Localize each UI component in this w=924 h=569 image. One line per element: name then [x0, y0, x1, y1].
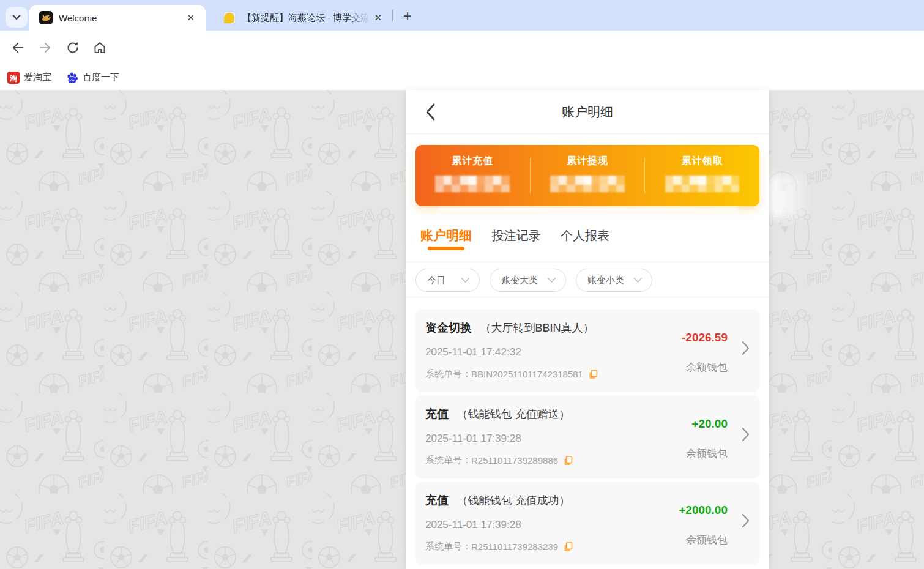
transaction-order: 系统单号： R2511011739283239	[425, 541, 573, 552]
filter-date-dropdown[interactable]: 今日	[415, 269, 480, 292]
chevron-down-icon	[548, 278, 556, 283]
transaction-datetime: 2025-11-01 17:42:32	[425, 346, 521, 359]
browser-toolbar: 175616.cc/reports/index	[0, 31, 924, 65]
transaction-datetime: 2025-11-01 17:39:28	[425, 433, 521, 445]
taobao-icon: 淘	[7, 72, 20, 84]
copy-icon[interactable]	[564, 456, 573, 466]
close-tab-icon[interactable]: ✕	[183, 10, 198, 25]
transaction-order: 系统单号： BBIN202511011742318581	[425, 368, 598, 380]
summary-label: 累计充值	[415, 155, 530, 168]
transaction-order: 系统单号： R2511011739289886	[425, 455, 573, 466]
forward-arrow-icon	[38, 40, 53, 55]
transaction-subtitle: （大厅转到BBIN真人）	[480, 322, 594, 334]
welcome-site-favicon	[39, 11, 53, 24]
transaction-subtitle: （钱能钱包 充值成功）	[456, 494, 570, 507]
home-icon	[92, 40, 107, 55]
transaction-wallet: 余额钱包	[686, 360, 728, 374]
tab-separator	[392, 9, 393, 21]
reload-icon	[65, 40, 80, 55]
baidu-paw-icon: du	[66, 72, 78, 84]
browser-window: Welcome ✕ 【新提醒】海燕论坛 - 博学交流 ✕ +	[0, 0, 924, 569]
tab-search-button[interactable]	[6, 7, 28, 28]
transaction-wallet: 余额钱包	[686, 447, 728, 461]
section-tabs: 账户明细 投注记录 个人报表	[406, 214, 769, 262]
transaction-amount: +20.00	[691, 417, 728, 431]
bookmark-label: 爱淘宝	[24, 72, 51, 83]
transaction-type: 资金切换	[425, 321, 472, 334]
bookmark-taobao[interactable]: 淘 爱淘宝	[7, 72, 51, 84]
summary-total-claimed: 累计领取	[645, 145, 759, 206]
chevron-down-icon	[12, 14, 21, 20]
transaction-subtitle: （钱能钱包 充值赠送）	[456, 408, 570, 420]
forum-site-favicon	[223, 11, 236, 24]
summary-total-deposit: 累计充值	[415, 145, 530, 206]
tab-title: 【新提醒】海燕论坛 - 博学交流	[242, 12, 370, 24]
chevron-right-icon[interactable]	[742, 513, 750, 528]
copy-icon[interactable]	[589, 370, 598, 379]
chevron-down-icon	[634, 278, 642, 283]
tab-haiyan-forum[interactable]: 【新提醒】海燕论坛 - 博学交流 ✕	[215, 5, 390, 31]
back-chevron-icon[interactable]	[425, 103, 436, 121]
active-tab-indicator	[428, 247, 464, 250]
close-tab-icon[interactable]: ✕	[370, 10, 386, 25]
summary-label: 累计提现	[531, 155, 645, 168]
filter-label: 今日	[427, 275, 445, 286]
chevron-down-icon	[461, 278, 469, 283]
transaction-type: 充值	[425, 494, 449, 507]
bookmark-label: 百度一下	[83, 72, 119, 83]
tab-label: 个人报表	[561, 229, 609, 242]
back-arrow-icon	[10, 40, 25, 55]
summary-card-shadow	[438, 206, 737, 214]
tab-label: 账户明细	[420, 228, 472, 242]
summary-card: 累计充值 累计提现 累计领取	[415, 145, 759, 206]
transaction-amount: -2026.59	[682, 331, 728, 344]
bookmarks-bar: 淘 爱淘宝 du 百度一下	[0, 65, 924, 90]
forward-button[interactable]	[37, 40, 53, 56]
tab-title: Welcome	[59, 13, 183, 23]
transaction-list: 资金切换 （大厅转到BBIN真人） 2025-11-01 17:42:32 系统…	[406, 297, 769, 565]
tab-label: 投注记录	[491, 229, 540, 242]
bookmark-baidu[interactable]: du 百度一下	[66, 72, 119, 84]
home-button[interactable]	[92, 40, 108, 56]
transaction-row[interactable]: 充值 （钱能钱包 充值成功） 2025-11-01 17:39:28 系统单号：…	[415, 482, 759, 565]
order-label: 系统单号：	[425, 368, 471, 380]
order-label: 系统单号：	[425, 541, 471, 552]
order-number: R2511011739289886	[471, 455, 558, 466]
order-label: 系统单号：	[425, 455, 471, 466]
filter-label: 账变小类	[587, 275, 624, 286]
redacted-blur-overlay	[769, 175, 807, 219]
transaction-row[interactable]: 资金切换 （大厅转到BBIN真人） 2025-11-01 17:42:32 系统…	[415, 309, 759, 392]
order-number: R2511011739283239	[471, 541, 558, 552]
transaction-wallet: 余额钱包	[686, 533, 728, 547]
new-tab-button[interactable]: +	[397, 6, 419, 26]
transaction-row[interactable]: 充值 （钱能钱包 充值赠送） 2025-11-01 17:39:28 系统单号：…	[415, 395, 759, 478]
order-number: BBIN202511011742318581	[471, 369, 583, 379]
chevron-right-icon[interactable]	[742, 341, 750, 355]
filter-row: 今日 账变大类 账变小类	[406, 262, 769, 297]
account-detail-panel: 账户明细 累计充值 累计提现 累计领取	[406, 90, 769, 569]
tab-personal-report[interactable]: 个人报表	[561, 227, 609, 255]
svg-text:du: du	[70, 78, 75, 82]
filter-minor-category-dropdown[interactable]: 账变小类	[576, 269, 652, 292]
tab-account-detail[interactable]: 账户明细	[420, 227, 472, 255]
tab-strip: Welcome ✕ 【新提醒】海燕论坛 - 博学交流 ✕ +	[0, 0, 924, 31]
tab-welcome[interactable]: Welcome ✕	[29, 5, 206, 31]
copy-icon[interactable]	[564, 542, 573, 552]
filter-major-category-dropdown[interactable]: 账变大类	[490, 269, 566, 292]
page-title: 账户明细	[406, 90, 769, 134]
transaction-amount: +2000.00	[679, 504, 728, 517]
redacted-value	[665, 176, 740, 192]
transaction-datetime: 2025-11-01 17:39:28	[425, 519, 521, 531]
chevron-right-icon[interactable]	[742, 427, 750, 442]
page-content: FIFA FIFA 账户明细	[0, 90, 924, 569]
filter-label: 账变大类	[501, 275, 538, 286]
back-button[interactable]	[10, 40, 26, 56]
summary-label: 累计领取	[645, 155, 759, 168]
tab-bet-records[interactable]: 投注记录	[491, 227, 540, 255]
redacted-value	[550, 176, 625, 192]
panel-header: 账户明细	[406, 90, 769, 134]
summary-total-withdraw: 累计提现	[531, 145, 645, 206]
redacted-value	[435, 176, 510, 192]
reload-button[interactable]	[65, 40, 81, 56]
svg-text:淘: 淘	[9, 73, 17, 82]
